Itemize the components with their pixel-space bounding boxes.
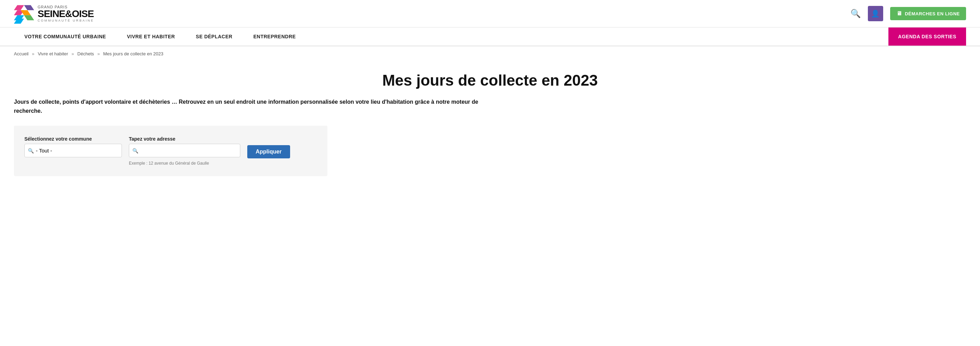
breadcrumb-current: Mes jours de collecte en 2023: [103, 51, 163, 56]
address-label: Tapez votre adresse: [129, 136, 240, 142]
nav-item-communaute[interactable]: VOTRE COMMUNAUTÉ URBAINE: [14, 27, 116, 46]
address-hint: Exemple : 12 avenue du Général de Gaulle: [129, 161, 240, 166]
search-button[interactable]: 🔍: [850, 9, 861, 19]
breadcrumb-sep-2: »: [72, 51, 74, 56]
breadcrumb-dechets[interactable]: Déchets: [77, 51, 94, 56]
breadcrumb-vivre[interactable]: Vivre et habiter: [38, 51, 68, 56]
main-content: Mes jours de collecte en 2023 Jours de c…: [0, 61, 980, 190]
nav-item-deplacer[interactable]: SE DÉPLACER: [185, 27, 243, 46]
address-input[interactable]: [129, 144, 240, 157]
commune-search-icon: 🔍: [28, 148, 34, 154]
logo-icon: [14, 3, 34, 24]
commune-input[interactable]: [24, 144, 122, 157]
commune-input-wrapper: 🔍: [24, 144, 122, 157]
address-field-group: Tapez votre adresse 🔍 Exemple : 12 avenu…: [129, 136, 240, 166]
demarches-label: DÉMARCHES EN LIGNE: [905, 11, 960, 16]
svg-marker-5: [24, 15, 34, 21]
page-title: Mes jours de collecte en 2023: [14, 72, 966, 89]
svg-marker-0: [14, 5, 24, 10]
logo-seine: SEINE&OISE: [38, 9, 94, 19]
nav-items: VOTRE COMMUNAUTÉ URBAINE VIVRE ET HABITE…: [14, 27, 306, 46]
search-area: Sélectionnez votre commune 🔍 Tapez votre…: [14, 125, 327, 176]
logo-area: GRAND PARIS SEINE&OISE COMMUNAUTÉ URBAIN…: [14, 3, 94, 24]
search-icon: 🔍: [850, 9, 861, 18]
nav-item-entreprendre[interactable]: ENTREPRENDRE: [243, 27, 306, 46]
header-right: 🔍 👤 🖥 DÉMARCHES EN LIGNE: [850, 6, 966, 21]
address-input-wrapper: 🔍: [129, 144, 240, 157]
svg-marker-1: [24, 5, 34, 10]
logo-text: GRAND PARIS SEINE&OISE COMMUNAUTÉ URBAIN…: [38, 5, 94, 22]
address-search-icon: 🔍: [132, 148, 138, 154]
header: GRAND PARIS SEINE&OISE COMMUNAUTÉ URBAIN…: [0, 0, 980, 27]
breadcrumb-sep-1: »: [32, 51, 35, 56]
breadcrumb-accueil[interactable]: Accueil: [14, 51, 29, 56]
main-nav: VOTRE COMMUNAUTÉ URBAINE VIVRE ET HABITE…: [0, 27, 980, 46]
user-button[interactable]: 👤: [868, 6, 883, 21]
commune-field-group: Sélectionnez votre commune 🔍: [24, 136, 122, 157]
logo-communaute: COMMUNAUTÉ URBAINE: [38, 19, 94, 22]
nav-item-vivre[interactable]: VIVRE ET HABITER: [116, 27, 185, 46]
breadcrumb: Accueil » Vivre et habiter » Déchets » M…: [0, 46, 980, 61]
breadcrumb-sep-3: »: [97, 51, 100, 56]
demarches-button[interactable]: 🖥 DÉMARCHES EN LIGNE: [890, 7, 966, 20]
user-icon: 👤: [871, 10, 880, 18]
monitor-icon: 🖥: [896, 10, 902, 17]
page-description: Jours de collecte, points d'apport volon…: [14, 97, 501, 115]
apply-button[interactable]: Appliquer: [247, 145, 290, 159]
commune-label: Sélectionnez votre commune: [24, 136, 122, 142]
agenda-button[interactable]: AGENDA DES SORTIES: [888, 27, 966, 46]
